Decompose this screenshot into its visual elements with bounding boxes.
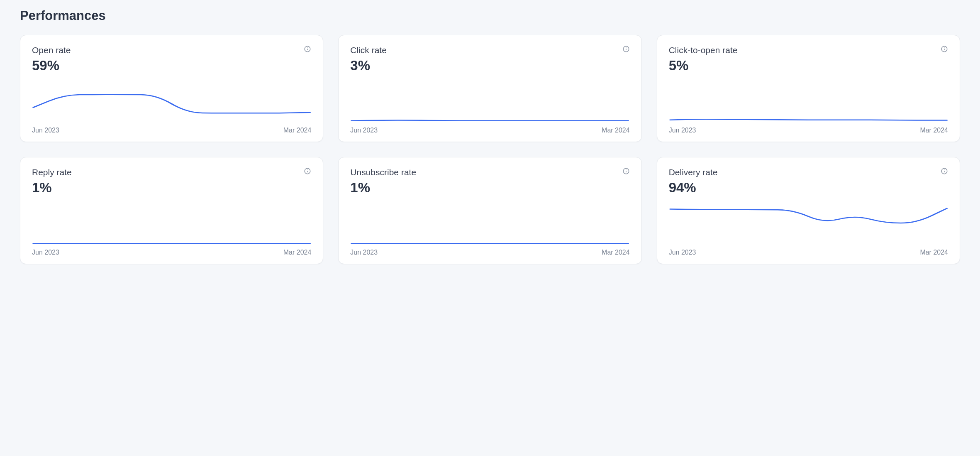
metric-card-click-rate: Click rate 3% Jun 2023 Mar 2024 bbox=[338, 35, 641, 142]
metric-value: 3% bbox=[350, 58, 387, 74]
card-header: Delivery rate 94% bbox=[669, 167, 948, 196]
metric-card-delivery-rate: Delivery rate 94% Jun 2023 Mar 2024 bbox=[657, 157, 960, 264]
sparkline bbox=[669, 207, 948, 245]
info-icon[interactable] bbox=[941, 45, 948, 53]
card-header: Open rate 59% bbox=[32, 45, 311, 74]
axis-end-label: Mar 2024 bbox=[602, 127, 630, 134]
chart-area: Jun 2023 Mar 2024 bbox=[32, 85, 311, 134]
info-icon[interactable] bbox=[941, 167, 948, 175]
svg-point-2 bbox=[307, 47, 308, 48]
metric-value: 94% bbox=[669, 180, 718, 196]
sparkline bbox=[350, 207, 629, 245]
metric-value: 5% bbox=[669, 58, 738, 74]
card-header: Click-to-open rate 5% bbox=[669, 45, 948, 74]
metric-title: Reply rate bbox=[32, 167, 72, 177]
info-icon[interactable] bbox=[622, 167, 630, 175]
metric-title: Open rate bbox=[32, 45, 71, 55]
page-title: Performances bbox=[20, 8, 960, 23]
axis-start-label: Jun 2023 bbox=[350, 127, 378, 134]
axis-end-label: Mar 2024 bbox=[920, 249, 948, 256]
info-icon[interactable] bbox=[304, 167, 311, 175]
metric-title: Click-to-open rate bbox=[669, 45, 738, 55]
axis-start-label: Jun 2023 bbox=[32, 127, 59, 134]
info-icon[interactable] bbox=[304, 45, 311, 53]
chart-area: Jun 2023 Mar 2024 bbox=[669, 85, 948, 134]
axis-end-label: Mar 2024 bbox=[920, 127, 948, 134]
metric-title: Unsubscribe rate bbox=[350, 167, 416, 177]
axis-end-label: Mar 2024 bbox=[283, 249, 312, 256]
axis-start-label: Jun 2023 bbox=[350, 249, 378, 256]
info-icon[interactable] bbox=[622, 45, 630, 53]
sparkline bbox=[32, 85, 311, 123]
sparkline bbox=[32, 207, 311, 245]
axis-start-label: Jun 2023 bbox=[669, 249, 696, 256]
svg-point-8 bbox=[944, 47, 945, 48]
metric-value: 59% bbox=[32, 58, 71, 74]
svg-point-5 bbox=[626, 47, 627, 48]
chart-area: Jun 2023 Mar 2024 bbox=[32, 207, 311, 256]
metric-card-click-to-open: Click-to-open rate 5% Jun 2023 Mar 2024 bbox=[657, 35, 960, 142]
sparkline bbox=[350, 85, 629, 123]
sparkline bbox=[669, 85, 948, 123]
axis-end-label: Mar 2024 bbox=[283, 127, 312, 134]
chart-area: Jun 2023 Mar 2024 bbox=[350, 207, 629, 256]
metric-title: Click rate bbox=[350, 45, 387, 55]
metric-card-open-rate: Open rate 59% Jun 2023 Mar 2024 bbox=[20, 35, 323, 142]
axis-start-label: Jun 2023 bbox=[32, 249, 59, 256]
card-header: Click rate 3% bbox=[350, 45, 629, 74]
svg-point-14 bbox=[626, 169, 627, 170]
metric-title: Delivery rate bbox=[669, 167, 718, 177]
metric-value: 1% bbox=[32, 180, 72, 196]
axis-end-label: Mar 2024 bbox=[602, 249, 630, 256]
metric-card-reply-rate: Reply rate 1% Jun 2023 Mar 2024 bbox=[20, 157, 323, 264]
metric-value: 1% bbox=[350, 180, 416, 196]
card-header: Unsubscribe rate 1% bbox=[350, 167, 629, 196]
metric-card-unsubscribe-rate: Unsubscribe rate 1% Jun 2023 Mar 2024 bbox=[338, 157, 641, 264]
axis-start-label: Jun 2023 bbox=[669, 127, 696, 134]
card-header: Reply rate 1% bbox=[32, 167, 311, 196]
chart-area: Jun 2023 Mar 2024 bbox=[350, 85, 629, 134]
svg-point-11 bbox=[307, 169, 308, 170]
chart-area: Jun 2023 Mar 2024 bbox=[669, 207, 948, 256]
svg-point-17 bbox=[944, 169, 945, 170]
